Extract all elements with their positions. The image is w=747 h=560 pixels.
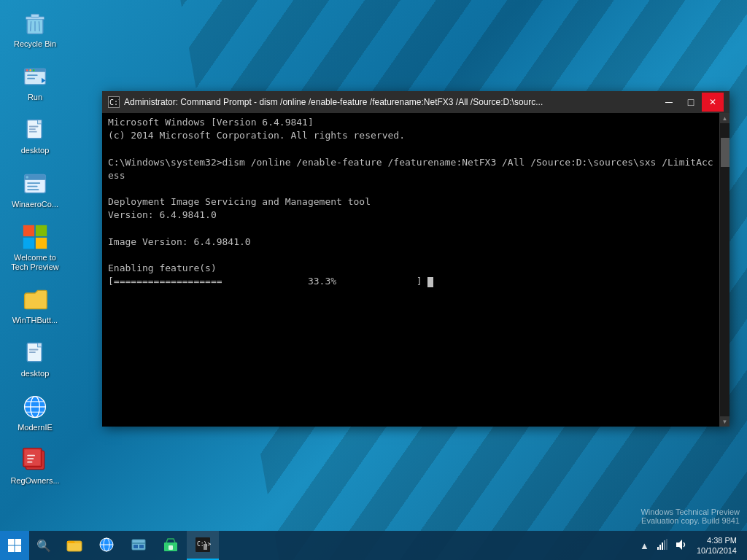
svg-rect-62 [139,545,144,548]
desktop2-icon[interactable]: desktop [6,335,64,381]
taskbar-apps: C:\> [58,531,638,560]
svg-rect-11 [27,74,37,76]
svg-point-8 [26,69,28,71]
cmd-window: C:\ Administrator: Command Prompt - dism… [102,91,729,427]
svg-rect-64 [169,545,173,550]
winthbutt-icon[interactable]: WinTHButt... [6,282,64,328]
svg-rect-53 [15,546,22,553]
svg-rect-2 [31,14,39,18]
svg-line-3 [31,21,31,31]
modernie-icon[interactable]: ModernIE [6,389,64,435]
regowners-icon[interactable]: RegOwners... [6,443,64,489]
svg-rect-50 [8,539,15,545]
clock-time: 4:38 PM [697,535,737,545]
svg-rect-29 [23,238,34,249]
network-icon[interactable] [654,539,670,553]
svg-rect-12 [27,78,35,79]
svg-rect-72 [666,539,667,550]
scrollbar-thumb[interactable] [721,138,729,167]
svg-point-23 [26,176,28,179]
svg-rect-60 [132,542,145,544]
close-button[interactable]: ✕ [702,93,724,112]
taskbar-right: ▲ 4:38 PM 10/10/2014 [638,535,747,556]
svg-rect-34 [29,349,39,351]
svg-rect-46 [27,458,34,459]
run-label: Run [28,93,42,102]
svg-rect-69 [659,545,661,550]
cmd-titlebar-buttons: ─ □ ✕ [658,93,724,112]
taskbar-app-cmd[interactable]: C:\> [187,531,219,560]
svg-rect-33 [38,343,42,347]
taskbar-app-ie[interactable] [90,531,123,560]
svg-line-5 [39,21,39,31]
svg-rect-67 [204,544,207,550]
minimize-button[interactable]: ─ [658,93,680,112]
svg-point-9 [29,69,31,71]
taskbar-app-store[interactable] [155,531,187,560]
svg-rect-71 [664,540,665,550]
svg-rect-35 [29,352,36,354]
watermark: Windows Technical Preview Evaluation cop… [640,508,740,525]
svg-rect-70 [662,542,663,550]
desktop: Recycle Bin Run [0,0,747,560]
taskbar-app-file-explorer[interactable] [58,531,90,560]
svg-rect-45 [27,454,35,456]
svg-rect-17 [29,126,39,128]
watermark-line1: Windows Technical Preview [640,508,740,516]
cmd-content[interactable]: Microsoft Windows [Version 6.4.9841] (c)… [102,113,719,427]
svg-rect-27 [23,225,34,236]
cmd-titlebar-text: Administrator: Command Prompt - dism /on… [124,97,658,107]
scrollbar-up-arrow[interactable]: ▲ [720,113,730,123]
modernie-label: ModernIE [18,423,53,432]
svg-marker-73 [676,540,682,550]
taskbar-search-button[interactable]: 🔍 [29,531,58,560]
taskbar-clock[interactable]: 4:38 PM 10/10/2014 [692,535,741,556]
svg-rect-18 [29,129,36,131]
recycle-bin-icon[interactable]: Recycle Bin [6,6,64,52]
notification-arrow[interactable]: ▲ [638,540,651,551]
cmd-titlebar: C:\ Administrator: Command Prompt - dism… [102,91,729,113]
svg-rect-26 [27,189,39,190]
taskbar: 🔍 [0,531,747,560]
cmd-output: Microsoft Windows [Version 6.4.9841] (c)… [108,116,713,288]
winaero-label: WinaeroCo... [12,200,58,209]
svg-rect-24 [27,182,40,184]
svg-rect-30 [36,238,47,249]
svg-rect-28 [36,225,47,236]
svg-text:C:\: C:\ [109,98,119,106]
recycle-bin-label: Recycle Bin [14,39,56,49]
desktop2-label: desktop [21,369,50,378]
svg-rect-52 [8,546,15,553]
watermark-line2: Evaluation copy. Build 9841 [640,516,740,525]
scrollbar-down-arrow[interactable]: ▼ [720,416,730,427]
taskbar-app-file-manager[interactable] [123,531,155,560]
svg-rect-61 [133,545,138,548]
clock-date: 10/10/2014 [697,545,737,556]
cmd-body: Microsoft Windows [Version 6.4.9841] (c)… [102,113,729,427]
svg-rect-47 [27,461,32,462]
svg-rect-16 [38,120,42,124]
svg-rect-51 [15,539,22,545]
cmd-titlebar-icon: C:\ [108,96,120,108]
svg-rect-25 [27,185,37,187]
svg-rect-68 [657,547,659,550]
regowners-label: RegOwners... [10,476,59,486]
svg-point-10 [33,69,35,71]
svg-rect-44 [25,449,41,465]
cmd-scrollbar[interactable]: ▲ ▼ [719,113,729,427]
desktop1-label: desktop [21,146,50,155]
winaero-icon[interactable]: WinaeroCo... [6,166,64,212]
svg-rect-19 [29,131,37,133]
welcome-label: Welcome to Tech Preview [9,253,61,272]
winthbutt-label: WinTHButt... [12,316,58,325]
desktop1-icon[interactable]: desktop [6,112,64,158]
maximize-button[interactable]: □ [680,93,702,112]
welcome-icon[interactable]: Welcome to Tech Preview [6,219,64,275]
run-icon[interactable]: Run [6,59,64,105]
speaker-icon[interactable] [673,539,689,553]
start-button[interactable] [0,531,29,560]
desktop-icons-container: Recycle Bin Run [0,0,73,494]
